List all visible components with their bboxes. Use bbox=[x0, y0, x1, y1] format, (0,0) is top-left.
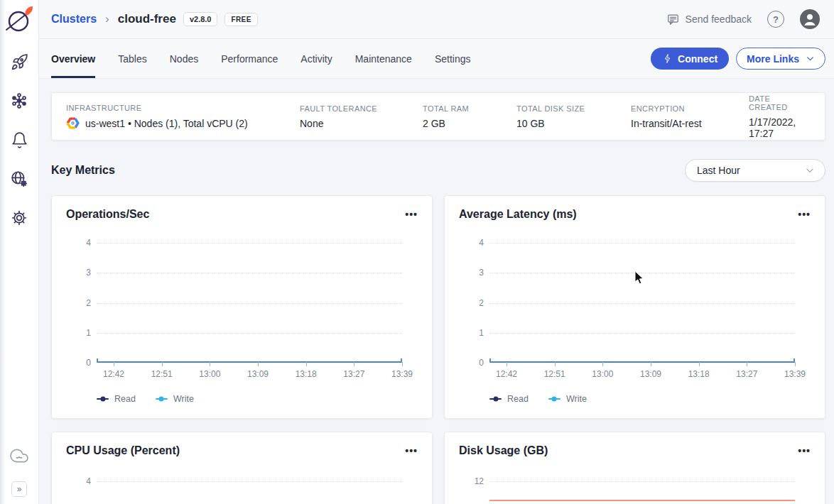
more-links-button[interactable]: More Links bbox=[736, 48, 825, 70]
chart-title: Operations/Sec bbox=[66, 208, 149, 221]
page-title-cluster-name: cloud-free bbox=[118, 12, 176, 26]
chart-header: CPU Usage (Percent) ••• bbox=[52, 432, 432, 457]
chart-menu-ellipsis-icon[interactable]: ••• bbox=[405, 446, 418, 456]
top-header: Clusters › cloud-free v2.8.0 FREE Send f… bbox=[39, 0, 834, 39]
tab-actions: Connect More Links bbox=[651, 48, 825, 70]
x-axis-tick bbox=[651, 362, 651, 366]
breadcrumb-separator: › bbox=[105, 12, 109, 26]
gcp-icon bbox=[66, 117, 80, 129]
legend-dot bbox=[552, 397, 557, 402]
chart-card-operations-per-sec: Operations/Sec ••• 0123412:4212:5113:001… bbox=[51, 195, 433, 419]
x-axis-tick-label: 13:00 bbox=[592, 369, 613, 379]
chart-header: Disk Usage (GB) ••• bbox=[445, 432, 825, 457]
left-sidebar: » bbox=[0, 0, 39, 504]
regions-globe-gear-icon[interactable] bbox=[9, 169, 29, 189]
info-label: TOTAL DISK SIZE bbox=[516, 104, 631, 113]
y-axis-tick-label: 2 bbox=[462, 298, 484, 308]
legend-item-write[interactable]: Write bbox=[156, 394, 194, 404]
x-axis-tick bbox=[258, 362, 259, 366]
send-feedback-label: Send feedback bbox=[686, 13, 752, 25]
chart-menu-ellipsis-icon[interactable]: ••• bbox=[798, 209, 811, 219]
gridline bbox=[489, 303, 795, 304]
x-axis-tick-label: 12:51 bbox=[544, 369, 565, 379]
settings-gear-icon[interactable] bbox=[9, 208, 29, 228]
tab-activity[interactable]: Activity bbox=[300, 39, 332, 78]
user-avatar[interactable] bbox=[800, 9, 820, 29]
alerts-bell-icon[interactable] bbox=[9, 130, 29, 150]
legend-item-read[interactable]: Read bbox=[97, 394, 136, 404]
axis-cap bbox=[489, 358, 491, 362]
chart-menu-ellipsis-icon[interactable]: ••• bbox=[798, 446, 811, 456]
expand-sidebar-button[interactable]: » bbox=[11, 481, 27, 497]
gridline bbox=[97, 303, 402, 304]
y-axis-tick-label: 3 bbox=[70, 268, 91, 278]
y-axis-tick-label: 4 bbox=[462, 238, 484, 248]
chart-card-average-latency: Average Latency (ms) ••• 0123412:4212:51… bbox=[444, 195, 825, 419]
x-axis-tick bbox=[602, 362, 603, 366]
info-value: 2 GB bbox=[423, 118, 516, 129]
x-axis-tick-label: 13:39 bbox=[391, 369, 413, 379]
chart-title: Disk Usage (GB) bbox=[459, 444, 548, 457]
legend-dot bbox=[159, 397, 164, 402]
x-axis-tick-label: 13:39 bbox=[784, 369, 806, 379]
legend-item-write[interactable]: Write bbox=[548, 394, 587, 404]
tab-tables[interactable]: Tables bbox=[118, 39, 146, 78]
x-axis-tick bbox=[507, 362, 507, 366]
legend-label: Read bbox=[507, 394, 529, 404]
info-label: DATE CREATED bbox=[749, 94, 811, 111]
clusters-rocket-icon[interactable] bbox=[9, 52, 29, 72]
cluster-tab-bar: Overview Tables Nodes Performance Activi… bbox=[39, 39, 834, 79]
info-label: TOTAL RAM bbox=[423, 104, 516, 113]
more-links-label: More Links bbox=[747, 53, 799, 65]
tab-settings[interactable]: Settings bbox=[435, 39, 471, 78]
x-axis-tick-label: 13:00 bbox=[199, 369, 220, 379]
breadcrumb-clusters-link[interactable]: Clusters bbox=[51, 13, 97, 26]
y-axis-tick-label: 1 bbox=[70, 328, 91, 338]
send-feedback-button[interactable]: Send feedback bbox=[666, 13, 752, 26]
info-value: 10 GB bbox=[516, 118, 631, 129]
x-axis-tick bbox=[795, 362, 796, 366]
gridline bbox=[489, 333, 795, 334]
legend-marker-icon bbox=[548, 398, 560, 400]
feedback-bubble-icon bbox=[666, 13, 680, 26]
time-range-select[interactable]: Last Hour bbox=[685, 159, 825, 182]
chart-plot-area: 12 bbox=[489, 479, 795, 504]
chart-menu-ellipsis-icon[interactable]: ••• bbox=[405, 209, 418, 219]
tab-nodes[interactable]: Nodes bbox=[170, 39, 198, 78]
time-range-value: Last Hour bbox=[697, 165, 740, 176]
gridline bbox=[97, 333, 402, 334]
x-axis-tick-label: 13:27 bbox=[736, 369, 757, 379]
cloud-status-icon[interactable] bbox=[9, 446, 29, 466]
info-label: FAULT TOLERANCE bbox=[300, 104, 423, 113]
flat-series-line-at-zero bbox=[489, 361, 795, 363]
chart-header: Operations/Sec ••• bbox=[52, 196, 432, 221]
info-field-infrastructure: INFRASTRUCTURE us-west1 • Nodes (1), Tot… bbox=[66, 104, 300, 129]
legend-item-read[interactable]: Read bbox=[489, 394, 529, 404]
tab-overview[interactable]: Overview bbox=[51, 39, 95, 78]
chevron-down-icon bbox=[805, 165, 815, 175]
sidebar-nav bbox=[9, 52, 29, 228]
x-axis-tick bbox=[162, 362, 163, 366]
info-value: In-transit/At-rest bbox=[631, 118, 749, 129]
x-axis-tick bbox=[555, 362, 556, 366]
chart-plot-area: 0123412:4212:5113:0013:0913:1813:2713:39 bbox=[489, 243, 795, 363]
info-field-total-disk-size: TOTAL DISK SIZE 10 GB bbox=[516, 104, 631, 129]
connect-button[interactable]: Connect bbox=[651, 48, 729, 70]
person-icon bbox=[800, 9, 820, 29]
disk-capacity-line bbox=[489, 500, 795, 501]
tab-performance[interactable]: Performance bbox=[221, 39, 278, 78]
chevron-down-icon bbox=[806, 54, 815, 63]
y-axis-tick-label: 12 bbox=[462, 476, 484, 486]
app-logo[interactable] bbox=[3, 4, 36, 36]
chart-title: Average Latency (ms) bbox=[459, 208, 577, 221]
info-field-date-created: DATE CREATED 1/17/2022, 17:27 bbox=[749, 94, 811, 139]
y-axis-tick-label: 2 bbox=[70, 298, 91, 308]
info-label: INFRASTRUCTURE bbox=[66, 104, 300, 112]
tab-maintenance[interactable]: Maintenance bbox=[355, 39, 412, 78]
help-icon[interactable]: ? bbox=[767, 11, 784, 28]
network-diagram-icon[interactable] bbox=[9, 91, 29, 111]
y-axis-tick-label: 1 bbox=[462, 328, 484, 338]
legend-dot bbox=[100, 397, 105, 402]
x-axis-tick-label: 12:51 bbox=[151, 369, 173, 379]
info-label: ENCRYPTION bbox=[631, 104, 749, 113]
